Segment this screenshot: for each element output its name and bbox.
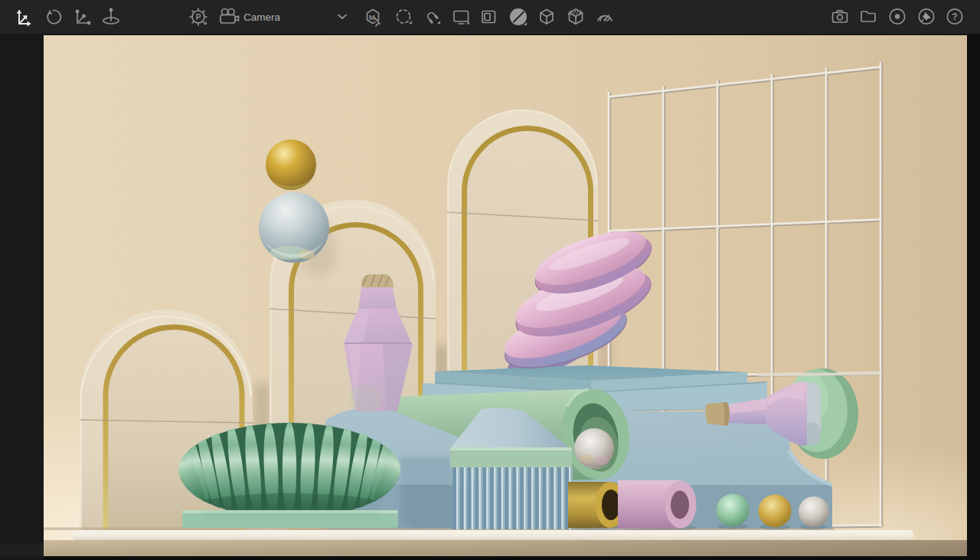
- svg-text:Camera: Camera: [243, 11, 281, 23]
- svg-text:P: P: [196, 13, 201, 21]
- svg-text:?: ?: [952, 11, 957, 22]
- svg-text:M: M: [369, 13, 375, 21]
